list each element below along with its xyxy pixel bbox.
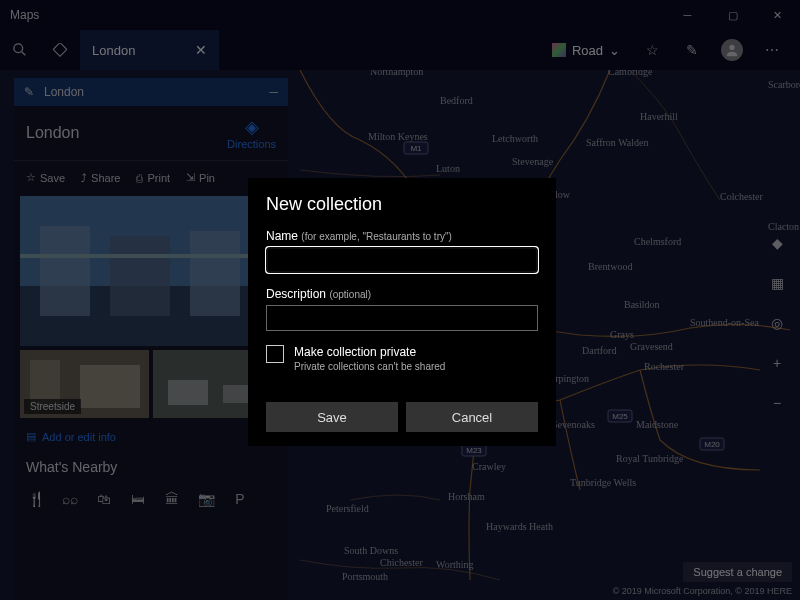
- save-button[interactable]: Save: [266, 402, 398, 432]
- description-input[interactable]: [266, 305, 538, 331]
- description-label: Description (optional): [266, 287, 538, 301]
- dialog-title: New collection: [266, 194, 538, 215]
- dialog-buttons: Save Cancel: [266, 402, 538, 432]
- private-label: Make collection private: [294, 345, 445, 359]
- name-input[interactable]: [266, 247, 538, 273]
- private-checkbox[interactable]: [266, 345, 284, 363]
- name-label: Name (for example, "Restaurants to try"): [266, 229, 538, 243]
- private-checkbox-row: Make collection private Private collecti…: [266, 345, 538, 372]
- cancel-button[interactable]: Cancel: [406, 402, 538, 432]
- new-collection-dialog: New collection Name (for example, "Resta…: [248, 178, 556, 446]
- private-sublabel: Private collections can't be shared: [294, 361, 445, 372]
